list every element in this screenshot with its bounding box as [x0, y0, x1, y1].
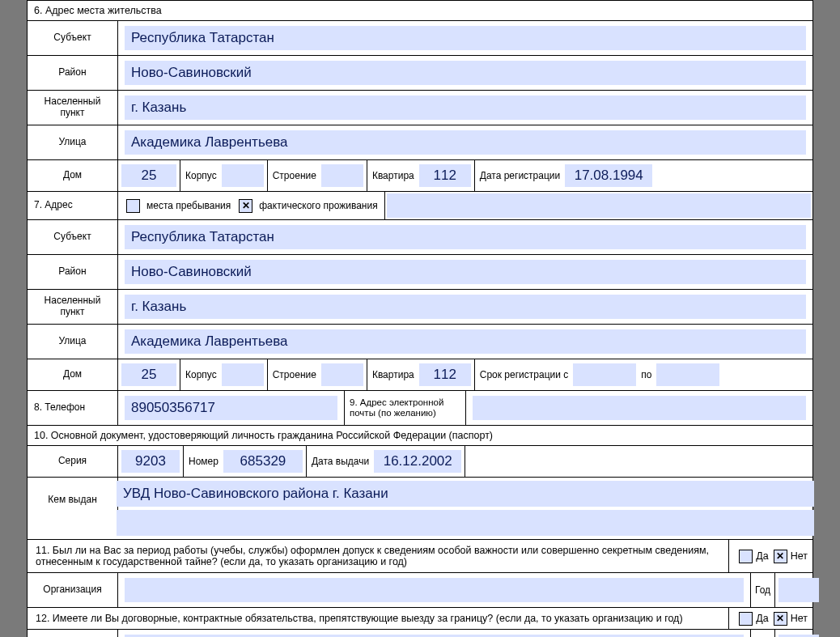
label-regto-7: по	[638, 369, 655, 380]
label-subject-7: Субъект	[28, 220, 118, 254]
field-flat-7[interactable]: 112	[419, 363, 471, 386]
field-regfrom-7[interactable]	[573, 363, 636, 386]
label-korpus-7: Корпус	[182, 369, 220, 380]
label-house-6: Дом	[28, 160, 118, 191]
label-locality-7: Населенный пункт	[28, 290, 118, 324]
field-street-6[interactable]: Академика Лаврентьева	[125, 130, 806, 155]
label-year-11: Год	[751, 573, 775, 607]
field-locality-6[interactable]: г. Казань	[125, 96, 806, 120]
field-flat-6[interactable]: 112	[419, 164, 471, 187]
label-regdate-6: Дата регистрации	[477, 170, 563, 181]
label-number-10: Номер	[185, 456, 222, 467]
form-page: 6. Адрес места жительства Субъект Респуб…	[27, 0, 813, 637]
label-flat-6: Квартира	[369, 170, 418, 181]
field-email[interactable]	[473, 396, 806, 420]
label-flat-7: Квартира	[369, 369, 418, 380]
question-11: 11. Был ли на Вас за период работы (учеб…	[28, 540, 728, 572]
checkbox-actual[interactable]	[239, 199, 252, 213]
field-number-10[interactable]: 685329	[223, 450, 303, 473]
field-regto-7[interactable]	[656, 363, 719, 386]
field-subject-6[interactable]: Республика Татарстан	[125, 26, 806, 50]
checkbox-12-no[interactable]	[774, 612, 787, 626]
field-locality-7[interactable]: г. Казань	[125, 295, 806, 319]
label-12-no: Нет	[791, 613, 808, 624]
label-11-yes: Да	[756, 550, 768, 562]
section-6-title: 6. Адрес места жительства	[28, 1, 812, 21]
field-korpus-7[interactable]	[222, 363, 264, 386]
label-issuedate-10: Дата выдачи	[308, 456, 372, 467]
field-series-10[interactable]: 9203	[121, 450, 180, 473]
field-district-6[interactable]: Ново-Савиновский	[125, 61, 806, 85]
field-regdate-6[interactable]: 17.08.1994	[565, 164, 652, 187]
label-street-6: Улица	[28, 125, 118, 159]
label-year-12: Год	[751, 630, 775, 637]
label-locality-6: Населенный пункт	[28, 91, 118, 125]
label-org-11: Организация	[28, 573, 118, 607]
field-korpus-6[interactable]	[222, 164, 264, 187]
label-actual: фактического проживания	[256, 200, 380, 211]
section-7-title: 7. Адрес	[28, 192, 118, 219]
field-house-7[interactable]: 25	[121, 363, 176, 386]
field-addr-extra[interactable]	[387, 193, 811, 218]
field-phone[interactable]: 89050356717	[125, 396, 337, 420]
field-subject-7[interactable]: Республика Татарстан	[125, 225, 806, 249]
checkbox-stay[interactable]	[126, 199, 140, 213]
label-series-10: Серия	[28, 446, 118, 477]
label-district-7: Район	[28, 255, 118, 289]
label-street-7: Улица	[28, 325, 118, 359]
field-building-6[interactable]	[321, 164, 363, 187]
field-year-11[interactable]	[778, 578, 819, 602]
field-house-6[interactable]: 25	[121, 164, 176, 187]
checkbox-11-yes[interactable]	[739, 550, 753, 563]
label-subject-6: Субъект	[28, 21, 118, 55]
label-12-yes: Да	[756, 613, 768, 624]
label-org-12: Организация	[28, 630, 118, 637]
field-issuedby-10-line2[interactable]	[117, 510, 814, 536]
label-stay: места пребывания	[143, 200, 234, 211]
field-issuedate-10[interactable]: 16.12.2002	[374, 450, 461, 473]
label-issuedby-10: Кем выдан	[28, 478, 118, 523]
field-org-11[interactable]	[125, 578, 744, 602]
field-issuedby-10[interactable]: УВД Ново-Савиновского района г. Казани	[117, 481, 814, 507]
label-11-no: Нет	[791, 550, 808, 562]
label-building-7: Строение	[269, 369, 320, 380]
section-10-title: 10. Основной документ, удостоверяющий ли…	[28, 426, 812, 446]
label-regperiod-7: Срок регистрации с	[477, 369, 571, 380]
question-12: 12. Имеете ли Вы договорные, контрактные…	[28, 608, 728, 629]
field-building-7[interactable]	[321, 363, 363, 386]
field-street-7[interactable]: Академика Лаврентьева	[125, 329, 806, 354]
label-district-6: Район	[28, 56, 118, 90]
label-building-6: Строение	[269, 170, 320, 181]
label-korpus-6: Корпус	[182, 170, 220, 181]
label-phone: 8. Телефон	[28, 391, 118, 425]
field-district-7[interactable]: Ново-Савиновский	[125, 260, 806, 284]
label-house-7: Дом	[28, 359, 118, 390]
checkbox-11-no[interactable]	[774, 550, 787, 563]
label-email: 9. Адрес электронной почты (по желанию)	[345, 391, 466, 425]
checkbox-12-yes[interactable]	[739, 612, 753, 626]
